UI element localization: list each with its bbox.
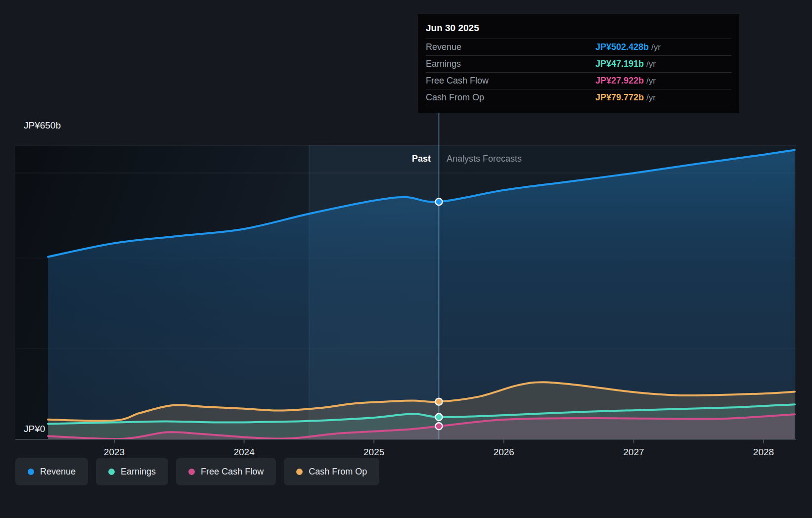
legend-item-free-cash-flow[interactable]: Free Cash Flow xyxy=(176,458,276,485)
x-tick-label-2028: 2028 xyxy=(753,447,774,458)
legend-item-label: Free Cash Flow xyxy=(201,467,264,477)
tooltip-row-suffix: /yr xyxy=(646,93,656,103)
y-axis-zero-label: JP¥0 xyxy=(24,424,45,434)
legend-item-label: Revenue xyxy=(40,467,76,477)
tooltip-row: Free Cash Flow JP¥27.922b /yr xyxy=(426,73,731,89)
tooltip-row-value: JP¥79.772b xyxy=(595,92,644,103)
revenue-divider-marker[interactable] xyxy=(436,198,443,205)
legend-color-dot xyxy=(296,469,303,475)
legend-item-label: Cash From Op xyxy=(309,467,367,477)
tooltip-row: Cash From Op JP¥79.772b /yr xyxy=(426,89,731,106)
tooltip-date: Jun 30 2025 xyxy=(426,19,731,39)
legend-item-cash-from-op[interactable]: Cash From Op xyxy=(284,458,379,485)
earnings-divider-marker[interactable] xyxy=(436,414,443,421)
x-tick-label-2027: 2027 xyxy=(623,447,644,458)
tooltip-row-label: Cash From Op xyxy=(426,92,595,103)
tooltip-row-label: Earnings xyxy=(426,59,595,69)
chart-tooltip: Jun 30 2025 Revenue JP¥502.428b /yr Earn… xyxy=(418,14,739,113)
legend-item-label: Earnings xyxy=(121,467,156,477)
tooltip-row-value: JP¥47.191b xyxy=(595,59,644,69)
tooltip-row-label: Revenue xyxy=(426,42,595,52)
x-tick-label-2024: 2024 xyxy=(233,447,254,458)
legend-color-dot xyxy=(188,469,195,475)
tooltip-row: Earnings JP¥47.191b /yr xyxy=(426,56,731,73)
x-tick-label-2023: 2023 xyxy=(104,447,125,458)
legend-item-earnings[interactable]: Earnings xyxy=(96,458,168,485)
tooltip-row-suffix: /yr xyxy=(651,43,661,52)
tooltip-row-label: Free Cash Flow xyxy=(426,76,595,86)
legend-item-revenue[interactable]: Revenue xyxy=(15,458,88,485)
cash-from-op-divider-marker[interactable] xyxy=(436,398,443,405)
past-section-label: Past xyxy=(0,154,431,164)
tooltip-row-value: JP¥27.922b xyxy=(595,76,644,86)
tooltip-row-suffix: /yr xyxy=(646,59,656,69)
legend-color-dot xyxy=(108,469,115,475)
forecast-section-label: Analysts Forecasts xyxy=(447,154,522,164)
earnings-revenue-forecast-chart: JP¥650b JP¥0 Past Analysts Forecasts 202… xyxy=(0,0,812,518)
tooltip-row-suffix: /yr xyxy=(646,76,656,86)
legend-color-dot xyxy=(28,469,34,475)
tooltip-row-value: JP¥502.428b xyxy=(595,42,649,52)
tooltip-row: Revenue JP¥502.428b /yr xyxy=(426,39,731,56)
y-axis-max-label: JP¥650b xyxy=(24,120,61,131)
x-tick-label-2025: 2025 xyxy=(363,447,384,458)
chart-legend: Revenue Earnings Free Cash Flow Cash Fro… xyxy=(15,458,379,485)
free-cash-flow-divider-marker[interactable] xyxy=(436,423,443,430)
x-tick-label-2026: 2026 xyxy=(494,447,514,458)
